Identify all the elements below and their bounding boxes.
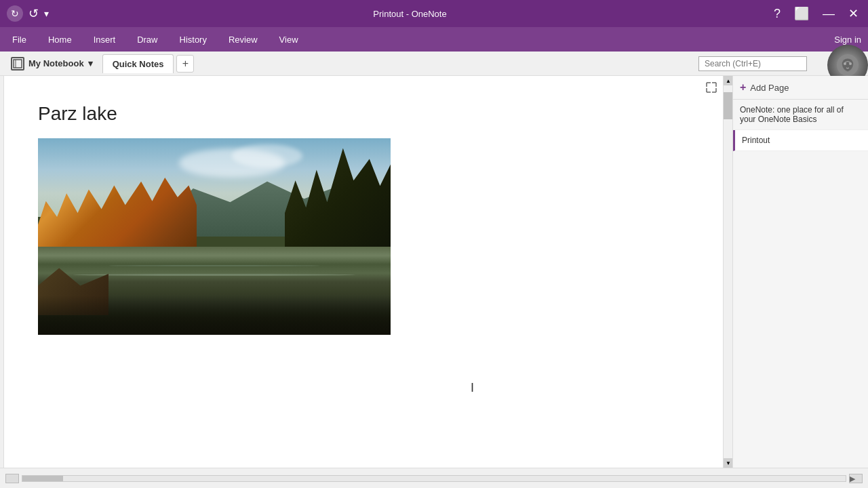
ribbon-insert[interactable]: Insert	[88, 32, 121, 47]
notebook-icon	[11, 57, 24, 70]
window-title: Printout - OneNote	[49, 9, 771, 19]
notebook-selector[interactable]: My Notebook ▾	[5, 54, 98, 73]
page-item-label: Printout	[742, 136, 770, 145]
section-tab-quick-notes[interactable]: Quick Notes	[102, 54, 174, 73]
ribbon-file[interactable]: File	[7, 32, 32, 47]
statusbar-nav-left[interactable]	[5, 474, 19, 483]
dragon-logo-area	[834, 45, 868, 79]
page-list-sidebar: + Add Page OneNote: one place for all of…	[732, 76, 868, 468]
page-content: Parz lake I	[0, 76, 723, 362]
svg-rect-0	[14, 60, 22, 68]
search-box	[698, 56, 807, 71]
scroll-track	[724, 85, 732, 458]
sign-in-button[interactable]: Sign in	[834, 35, 861, 45]
add-page-button[interactable]: + Add Page	[733, 76, 868, 100]
horizontal-scroll-thumb[interactable]	[22, 476, 63, 481]
ribbon-home[interactable]: Home	[43, 32, 77, 47]
page-title[interactable]: Parz lake	[38, 103, 689, 125]
quick-access-dropdown[interactable]: ▾	[44, 8, 49, 19]
horizontal-scrollbar[interactable]	[22, 475, 846, 482]
add-page-label: Add Page	[750, 83, 789, 93]
ribbon: File Home Insert Draw History Review Vie…	[0, 27, 868, 52]
text-cursor: I	[471, 381, 474, 395]
scroll-thumb[interactable]	[724, 92, 732, 119]
notebook-label: My Notebook	[28, 58, 84, 68]
scroll-up-button[interactable]: ▲	[724, 76, 733, 85]
svg-point-3	[844, 62, 846, 65]
page-item-onenote-basics[interactable]: OneNote: one place for all of your OneNo…	[733, 100, 868, 130]
statusbar-nav-right[interactable]: ▶	[849, 474, 863, 483]
search-input[interactable]	[698, 56, 807, 71]
page-canvas[interactable]: Parz lake I	[0, 76, 723, 468]
page-list: OneNote: one place for all of your OneNo…	[733, 100, 868, 468]
undo-button[interactable]: ↺	[28, 6, 39, 21]
vertical-scrollbar[interactable]: ▲ ▼	[723, 76, 732, 468]
help-button[interactable]: ?	[771, 7, 783, 21]
page-item-printout[interactable]: Printout	[733, 130, 868, 151]
lake-cloud-2	[232, 144, 302, 168]
lake-shimmer-1	[73, 274, 355, 276]
add-page-icon: +	[740, 81, 746, 94]
restore-button[interactable]: ⬜	[791, 6, 812, 21]
window-controls-left: ↻ ↺ ▾	[7, 5, 49, 22]
lake-shimmer-2	[108, 265, 320, 266]
tabs-bar: My Notebook ▾ Quick Notes +	[0, 52, 868, 76]
add-section-button[interactable]: +	[176, 55, 194, 73]
ribbon-view[interactable]: View	[274, 32, 304, 47]
lake-scene	[38, 138, 391, 335]
lake-foreground	[38, 296, 391, 335]
title-bar: ↻ ↺ ▾ Printout - OneNote ? ⬜ — ✕	[0, 0, 868, 27]
minimize-button[interactable]: —	[820, 7, 837, 21]
ribbon-review[interactable]: Review	[223, 32, 263, 47]
ribbon-history[interactable]: History	[174, 32, 212, 47]
close-button[interactable]: ✕	[846, 6, 861, 21]
page-image	[38, 138, 391, 335]
left-scroll-indicator	[0, 76, 4, 468]
notebook-dropdown-icon[interactable]: ▾	[88, 58, 93, 68]
window-controls-right: ? ⬜ — ✕	[771, 6, 861, 21]
status-bar: ▶	[0, 468, 868, 488]
expand-icon[interactable]	[705, 81, 717, 96]
page-item-label: OneNote: one place for all of your OneNo…	[740, 105, 844, 124]
svg-point-4	[849, 62, 852, 65]
ribbon-draw[interactable]: Draw	[132, 32, 163, 47]
scroll-down-button[interactable]: ▼	[724, 458, 733, 468]
back-button[interactable]: ↻	[7, 5, 23, 22]
